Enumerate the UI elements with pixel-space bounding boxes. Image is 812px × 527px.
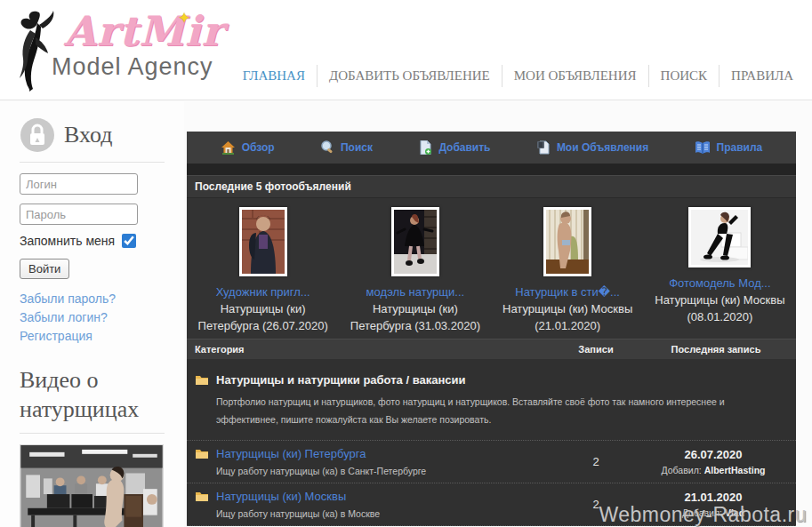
photo-card-title[interactable]: модэль натурщи... [339,285,491,299]
my-ads-icon [536,140,551,155]
latest-photos-header: Последние 5 фотообъялений [187,175,796,198]
added-by-label: Добавил: [662,465,702,475]
photo-card-date: (21.01.2020) [492,319,644,332]
toolbar-label-add: Добавить [438,141,490,154]
add-document-icon [418,140,432,155]
photo-card-category: Натурщицы (ки) Москвы [492,302,644,315]
divider [20,433,165,434]
home-icon [221,140,236,155]
photo-card: Фотомодель Мод... Натурщицы (ки) Москвы … [644,207,796,339]
forum-row-title[interactable]: Натурщицы (ки) Москвы [216,490,346,503]
photo-card: Художник пригл... Натурщицы (ки) Петербу… [187,207,339,339]
photo-card-date: Петербурга (26.07.2020) [187,319,339,332]
photo-card: Натурщик в сти�... Натурщицы (ки) Москвы… [492,207,644,339]
photo-thumbnail[interactable] [391,207,439,276]
added-by-user[interactable]: AlbertHasting [704,465,766,475]
login-input[interactable] [20,173,138,195]
toolbar-item-search[interactable]: Поиск [320,140,373,155]
forum-panel: Обзор Поиск Добавить [187,132,796,520]
video-section-title: Видео о натурщицах [20,366,153,424]
forgot-password-link[interactable]: Забыли пароль? [20,291,184,306]
forgot-login-link[interactable]: Забыли логин? [20,310,184,324]
forum-row-records-count: 2 [556,455,636,468]
sidebar: Вход Запомнить меня Войти Забыли пароль?… [0,101,184,527]
forum-row-title[interactable]: Натурщицы (ки) Петербурга [216,447,366,460]
folder-icon [195,448,209,459]
video-thumbnail[interactable] [20,444,164,527]
nav-item-poisk[interactable]: ПОИСК [648,65,720,87]
brand-subtitle: Model Agency [52,53,213,81]
remember-me-checkbox[interactable] [122,234,136,248]
photo-card-category: Натурщицы (ки) [339,302,491,315]
forum-table-header: Категория Записи Последняя запись [187,339,796,359]
site-logo[interactable]: ArtMir ✦ Model Agency [12,5,217,96]
lock-icon [20,117,55,153]
forum-row-description: Ищу работу натурщицы (ка) в Москве [216,508,556,519]
photo-thumbnail[interactable] [239,207,287,276]
forum-row-last-post: 26.07.2020 Добавил: AlbertHasting [636,448,796,475]
toolbar-item-add[interactable]: Добавить [418,140,490,155]
photo-card: модэль натурщи... Натурщицы (ки) Петербу… [339,207,491,339]
login-widget-title: Вход [64,122,113,148]
brand-text: ArtMir [64,7,224,55]
column-header-last-post: Последняя запись [636,344,796,355]
nav-item-dobavit-obyavlenie[interactable]: ДОБАВИТЬ ОБЪЯВЛЕНИЕ [317,65,502,87]
photo-card-title[interactable]: Художник пригл... [187,285,339,299]
nav-item-pravila[interactable]: ПРАВИЛА [719,65,805,87]
photo-card-category: Натурщицы (ки) Москвы [644,293,796,307]
forum-row-date: 21.01.2020 [636,491,791,504]
divider-strip [187,164,796,175]
forum-row-description: Ищу работу натурщицы (ка) в Санкт-Петерб… [216,466,556,476]
forum-toolbar: Обзор Поиск Добавить [187,132,796,164]
latest-photos-row: Художник пригл... Натурщицы (ки) Петербу… [187,198,796,339]
login-button[interactable]: Войти [20,259,69,279]
photo-card-title[interactable]: Натурщик в сти�... [492,285,644,299]
photo-thumbnail[interactable] [688,207,751,267]
column-header-records: Записи [556,344,636,355]
toolbar-item-my-ads[interactable]: Мои Объявления [536,140,648,155]
column-header-category: Категория [187,344,556,355]
forum-row: Натурщицы (ки) Петербурга Ищу работу нат… [187,441,796,483]
toolbar-label-overview: Обзор [242,141,275,154]
remember-me-label: Запомнить меня [20,234,115,248]
photo-card-date: (08.01.2020) [644,310,796,323]
photo-card-category: Натурщицы (ки) [187,302,339,315]
forum-row-date: 26.07.2020 [636,448,791,461]
main-nav: ГЛАВНАЯ ДОБАВИТЬ ОБЪЯВЛЕНИЕ МОИ ОБЪЯВЛЕН… [231,65,805,87]
toolbar-item-rules[interactable]: Правила [695,141,763,155]
folder-icon [195,491,209,502]
toolbar-label-rules: Правила [717,141,763,154]
photo-thumbnail[interactable] [543,207,591,276]
watermark: Webmoney-Rabota.ru [599,503,807,527]
toolbar-label-search: Поиск [341,141,373,154]
nav-item-moi-obyavleniya[interactable]: МОИ ОБЪЯВЛЕНИЯ [502,65,648,87]
photo-card-title[interactable]: Фотомодель Мод... [644,276,796,290]
toolbar-label-my-ads: Мои Объявления [557,141,648,154]
page-header: ArtMir ✦ Model Agency ГЛАВНАЯ ДОБАВИТЬ О… [0,0,812,100]
star-icon: ✦ [178,9,190,28]
password-input[interactable] [20,204,138,225]
forum-category-section: Натурщицы и натурщики работа / вакансии … [187,359,796,441]
forum-category-description: Портфолио натурщиц и натурщиков, фото на… [216,394,787,429]
divider [20,162,165,163]
nav-item-glavnaya[interactable]: ГЛАВНАЯ [231,65,317,87]
folder-icon [195,374,209,386]
toolbar-item-overview[interactable]: Обзор [221,140,275,155]
photo-card-date: Петербурга (31.03.2020) [339,319,491,332]
register-link[interactable]: Регистрация [20,329,184,343]
book-icon [695,141,711,155]
search-icon [320,140,334,155]
forum-category-title[interactable]: Натурщицы и натурщики работа / вакансии [216,373,466,387]
